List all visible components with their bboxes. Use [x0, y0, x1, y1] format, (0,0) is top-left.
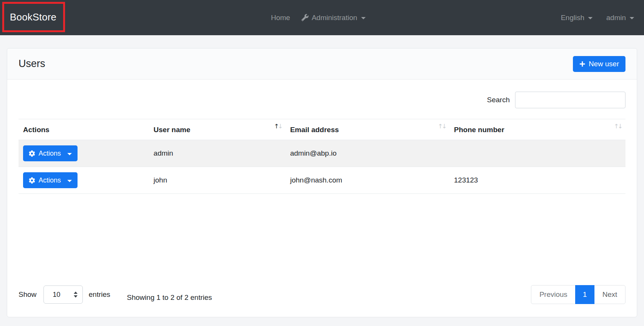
- column-header-email[interactable]: Email address ↑↓: [286, 119, 449, 140]
- pagination: Previous 1 Next: [531, 285, 625, 304]
- row-actions-button-label: Actions: [39, 150, 61, 158]
- page-title: Users: [19, 58, 45, 70]
- language-dropdown[interactable]: English: [561, 14, 593, 22]
- users-table: Actions User name ↑↓ Email address ↑↓ Ph…: [19, 119, 625, 194]
- sort-both-icon: ↑↓: [614, 123, 622, 130]
- language-dropdown-label: English: [561, 14, 584, 22]
- user-dropdown[interactable]: admin: [606, 14, 634, 22]
- navbar-right: English admin: [561, 0, 634, 35]
- gear-icon: [29, 177, 35, 184]
- cell-email: admin@abp.io: [286, 140, 449, 167]
- sort-asc-icon: ↑↓: [274, 123, 282, 130]
- page-size-select-wrap: 10: [43, 285, 83, 304]
- cell-phone: [450, 140, 625, 167]
- caret-down-icon: [588, 17, 593, 19]
- page-size-select[interactable]: 10: [43, 285, 83, 304]
- pagination-page-1[interactable]: 1: [575, 285, 594, 304]
- new-user-button[interactable]: New user: [573, 56, 625, 72]
- pagination-next[interactable]: Next: [594, 285, 625, 304]
- table-footer: Show 10 entries Showing 1 to 2 of 2 entr…: [19, 285, 625, 304]
- table-row: Actions john john@nash.com 123123: [19, 167, 625, 194]
- column-header-phone-label: Phone number: [454, 126, 504, 134]
- nav-item-administration[interactable]: Administration: [301, 14, 365, 22]
- nav-item-home[interactable]: Home: [271, 14, 290, 22]
- users-card: Users New user Search Actions User name …: [7, 48, 637, 317]
- row-actions-button[interactable]: Actions: [23, 172, 78, 188]
- cell-phone: 123123: [450, 167, 625, 194]
- cell-user-name: admin: [149, 140, 286, 167]
- sort-both-icon: ↑↓: [438, 123, 446, 130]
- cell-actions: Actions: [19, 167, 149, 194]
- column-header-phone[interactable]: Phone number ↑↓: [450, 119, 625, 140]
- user-dropdown-label: admin: [606, 14, 626, 22]
- column-header-user-name[interactable]: User name ↑↓: [149, 119, 286, 140]
- wrench-icon: [301, 14, 309, 21]
- column-header-actions: Actions: [19, 119, 149, 140]
- main-menu: Home Administration: [271, 0, 365, 35]
- cell-user-name: john: [149, 167, 286, 194]
- search-label: Search: [487, 96, 510, 104]
- caret-down-icon: [361, 17, 366, 19]
- entries-label: entries: [89, 290, 110, 299]
- row-actions-button[interactable]: Actions: [23, 145, 78, 161]
- gear-icon: [29, 150, 35, 157]
- top-navbar: BookStore Home Administration English ad…: [0, 0, 644, 35]
- card-body: Search Actions User name ↑↓ Email addres…: [7, 80, 637, 317]
- new-user-button-label: New user: [589, 60, 619, 68]
- table-header-row: Actions User name ↑↓ Email address ↑↓ Ph…: [19, 119, 625, 140]
- column-header-user-name-label: User name: [154, 126, 190, 134]
- cell-actions: Actions: [19, 140, 149, 167]
- pagination-previous[interactable]: Previous: [531, 285, 576, 304]
- brand-link[interactable]: BookStore: [10, 11, 56, 23]
- nav-item-administration-label: Administration: [312, 14, 357, 22]
- caret-down-icon: [67, 153, 72, 155]
- row-actions-button-label: Actions: [39, 176, 61, 184]
- table-info: Showing 1 to 2 of 2 entries: [127, 293, 212, 302]
- column-header-email-label: Email address: [290, 126, 339, 134]
- table-row: Actions admin admin@abp.io: [19, 140, 625, 167]
- show-label: Show: [19, 290, 37, 299]
- brand-highlight-box: BookStore: [2, 2, 65, 32]
- caret-down-icon: [630, 17, 634, 19]
- search-row: Search: [19, 92, 625, 108]
- caret-down-icon: [67, 180, 72, 182]
- search-input[interactable]: [515, 92, 625, 108]
- plus-icon: [579, 61, 585, 67]
- card-header: Users New user: [7, 48, 637, 80]
- cell-email: john@nash.com: [286, 167, 449, 194]
